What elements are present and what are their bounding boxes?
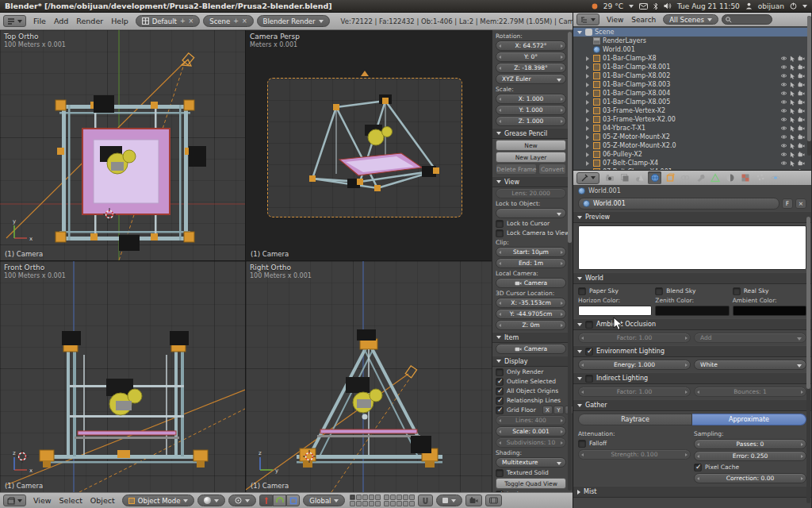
expander-icon[interactable] bbox=[584, 82, 591, 88]
clip-start-field[interactable]: Start: 10µm bbox=[496, 247, 566, 257]
checkbox[interactable] bbox=[655, 287, 663, 295]
selectability-cursor-icon[interactable] bbox=[790, 125, 795, 132]
grease-convert-button[interactable]: Convert bbox=[538, 164, 566, 175]
checkbox[interactable] bbox=[496, 387, 504, 395]
grease-delete-frame-button[interactable]: Delete Frame bbox=[496, 164, 537, 175]
outliner-row[interactable]: 01-Bar-Clamp-X8.005 bbox=[573, 98, 811, 106]
outliner-row[interactable]: 05-Z-Motor-Mount-X2 bbox=[573, 133, 811, 141]
axis-toggle-button[interactable]: X bbox=[542, 406, 553, 414]
renderability-camera-icon[interactable] bbox=[798, 99, 805, 105]
cursor-y-field[interactable]: Y: -44.9705cm bbox=[496, 309, 566, 319]
outliner-row[interactable]: 07-Belt-Clamp-X4 bbox=[573, 159, 811, 167]
expander-icon[interactable] bbox=[584, 169, 591, 171]
outliner-item-name[interactable]: 07-Belt-Clamp-X4.001 bbox=[603, 168, 778, 170]
expander-icon[interactable] bbox=[584, 90, 591, 97]
local-camera-field[interactable]: Camera bbox=[496, 278, 566, 288]
tab-particles[interactable] bbox=[753, 171, 767, 184]
username-label[interactable]: obijuan bbox=[758, 2, 784, 10]
checkbox[interactable] bbox=[496, 491, 504, 493]
screen-layout-selector[interactable]: Default + × bbox=[136, 15, 200, 27]
horizon-color-swatch[interactable] bbox=[578, 306, 652, 316]
visibility-eye-icon[interactable] bbox=[780, 134, 787, 140]
world-id-field[interactable]: World.001 bbox=[578, 198, 779, 210]
grid-lines-field[interactable]: Lines: 400 bbox=[496, 415, 566, 425]
transform-orientation-dropdown[interactable]: Global bbox=[303, 495, 345, 506]
volume-icon[interactable] bbox=[664, 2, 672, 10]
renderability-camera-icon[interactable] bbox=[798, 108, 805, 114]
outliner-row[interactable]: 01-Bar-Clamp-X8 bbox=[573, 54, 811, 63]
add-layout-button[interactable]: + bbox=[180, 17, 186, 25]
outliner-item-name[interactable]: 01-Bar-Clamp-X8.001 bbox=[603, 64, 778, 71]
outliner-item-name[interactable]: 05-Z-Motor-Mount-X2.0 bbox=[603, 142, 778, 149]
visibility-eye-icon[interactable] bbox=[780, 152, 787, 157]
falloff-check[interactable]: Falloff bbox=[578, 439, 691, 448]
renderability-camera-icon[interactable] bbox=[798, 160, 805, 166]
outliner-item-name[interactable]: Scene bbox=[595, 29, 811, 36]
temperature-icon[interactable] bbox=[592, 3, 598, 10]
item-name-field[interactable]: Camera bbox=[496, 344, 566, 354]
outliner-item-name[interactable]: 03-Frame-Vertex-X2.00 bbox=[603, 116, 778, 123]
selectability-cursor-icon[interactable] bbox=[790, 73, 795, 79]
lock-camera-check[interactable]: Lock Camera to View bbox=[496, 229, 566, 237]
display-check[interactable]: Outline Selected bbox=[496, 377, 566, 386]
expander-icon[interactable] bbox=[584, 152, 591, 158]
outliner-display-mode-dropdown[interactable]: All Scenes bbox=[663, 14, 718, 25]
display-panel-header[interactable]: Display bbox=[492, 356, 569, 367]
menu-item[interactable]: File bbox=[29, 17, 50, 25]
selectability-cursor-icon[interactable] bbox=[790, 64, 795, 71]
temperature-label[interactable]: 29 °C bbox=[603, 2, 623, 10]
outliner-row[interactable]: 01-Bar-Clamp-X8.002 bbox=[573, 71, 811, 80]
display-check[interactable]: All Object Origins bbox=[496, 387, 566, 395]
outliner-item-name[interactable]: 01-Bar-Clamp-X8 bbox=[603, 55, 778, 62]
checkbox[interactable] bbox=[496, 368, 504, 376]
add-scene-button[interactable]: + bbox=[233, 17, 239, 25]
cursor-z-field[interactable]: Z: 0m bbox=[496, 320, 566, 330]
outliner-row[interactable]: 07-Belt-Clamp-X4.001 bbox=[573, 167, 811, 170]
grease-pencil-panel-header[interactable]: Grease Pencil bbox=[492, 128, 569, 139]
visibility-eye-icon[interactable] bbox=[780, 169, 787, 170]
indirect-lighting-panel-header[interactable]: Indirect Lighting bbox=[573, 372, 811, 384]
pivot-point-dropdown[interactable] bbox=[228, 495, 256, 506]
translate-manipulator-button[interactable] bbox=[259, 495, 273, 506]
tab-render-layers[interactable] bbox=[618, 171, 631, 184]
ao-factor-field[interactable]: Factor: 1.00 bbox=[578, 333, 691, 343]
outliner-search-field[interactable] bbox=[722, 14, 772, 25]
correction-field[interactable]: Correction: 0.00 bbox=[694, 473, 806, 483]
selectability-cursor-icon[interactable] bbox=[790, 99, 795, 106]
pixel-cache-check[interactable]: Pixel Cache bbox=[694, 463, 806, 471]
menu-item[interactable]: Search bbox=[627, 16, 660, 24]
ambient-occlusion-checkbox[interactable] bbox=[585, 321, 593, 329]
paper-sky-check[interactable]: Paper Sky bbox=[578, 287, 652, 295]
textured-solid-check[interactable]: Textured Solid bbox=[496, 468, 566, 477]
checkbox[interactable] bbox=[733, 287, 741, 295]
layer-group-2[interactable] bbox=[384, 495, 415, 506]
tab-object-data[interactable] bbox=[708, 171, 722, 184]
menu-item[interactable]: View bbox=[29, 496, 56, 505]
renderability-camera-icon[interactable] bbox=[798, 90, 805, 96]
visibility-eye-icon[interactable] bbox=[780, 90, 787, 96]
outliner-row[interactable]: 01-Bar-Clamp-X8.003 bbox=[573, 80, 811, 89]
quad-lock-check[interactable]: Lock bbox=[496, 490, 566, 492]
visibility-eye-icon[interactable] bbox=[780, 143, 787, 148]
tab-constraints[interactable] bbox=[678, 171, 691, 184]
outliner-item-name[interactable]: 05-Z-Motor-Mount-X2 bbox=[603, 133, 778, 140]
renderability-camera-icon[interactable] bbox=[798, 143, 805, 148]
mode-dropdown[interactable]: Object Mode bbox=[122, 495, 195, 506]
renderability-camera-icon[interactable] bbox=[798, 152, 805, 157]
fake-user-button[interactable]: F bbox=[782, 198, 793, 209]
outliner-row[interactable]: 06-Pulley-X2 bbox=[573, 150, 811, 159]
visibility-eye-icon[interactable] bbox=[780, 99, 787, 105]
selectability-cursor-icon[interactable] bbox=[790, 117, 795, 123]
render-engine-dropdown[interactable]: Blender Render bbox=[257, 15, 330, 27]
world-name[interactable]: World.001 bbox=[593, 200, 775, 207]
env-energy-field[interactable]: Energy: 1.000 bbox=[578, 360, 691, 370]
tab-physics[interactable] bbox=[768, 171, 782, 184]
checkbox[interactable] bbox=[496, 378, 504, 386]
approximate-button[interactable]: Approximate bbox=[692, 414, 806, 425]
editor-type-button[interactable] bbox=[576, 172, 599, 184]
properties-scrollbar[interactable] bbox=[806, 217, 810, 503]
view-panel-header[interactable]: View bbox=[492, 176, 569, 187]
checkbox[interactable] bbox=[496, 469, 504, 477]
visibility-eye-icon[interactable] bbox=[780, 125, 787, 131]
outliner-row[interactable]: 01-Bar-Clamp-X8.001 bbox=[573, 63, 811, 71]
